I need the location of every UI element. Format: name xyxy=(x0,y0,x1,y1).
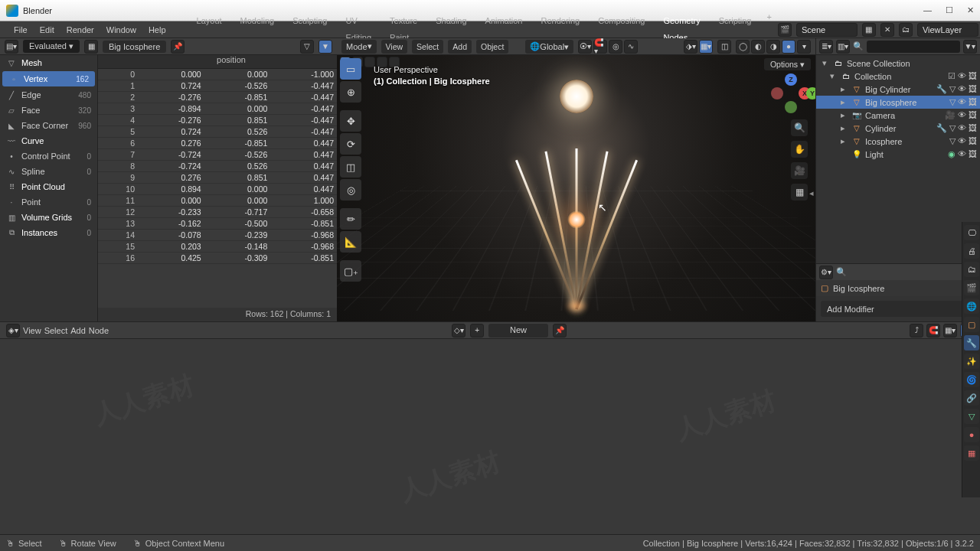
table-row[interactable]: 90.2760.8510.447 xyxy=(98,172,337,184)
render-icon[interactable]: 🖼 xyxy=(969,84,977,94)
domain-group-pointcloud[interactable]: ⠿Point Cloud xyxy=(0,179,97,194)
table-row[interactable]: 150.203-0.148-0.968 xyxy=(98,241,337,253)
node-menu-add[interactable]: Add xyxy=(70,326,86,335)
add-modifier-button[interactable]: Add Modifier xyxy=(821,301,975,317)
gizmo-z-axis[interactable]: Z xyxy=(785,73,797,86)
eye-icon[interactable]: 👁 xyxy=(958,97,966,107)
viewlayer-name-field[interactable]: ViewLayer xyxy=(917,23,978,37)
menu-help[interactable]: Help xyxy=(142,21,172,38)
tab-viewlayer[interactable]: 🗂 xyxy=(964,262,979,277)
nav-gizmo[interactable]: Z X Y xyxy=(771,73,811,113)
node-parent-button[interactable]: ⤴ xyxy=(910,324,923,337)
filter-toggle-button[interactable]: ▼ xyxy=(318,40,332,54)
nodetree-browse-button[interactable]: + xyxy=(470,324,484,337)
table-row[interactable]: 50.7240.526-0.447 xyxy=(98,126,337,138)
tab-object[interactable]: ▢ xyxy=(964,317,979,332)
tab-scene[interactable]: 🎬 xyxy=(964,280,979,295)
light-data-icon[interactable]: ◉ xyxy=(948,149,956,159)
domain-point[interactable]: ∙Point0 xyxy=(0,194,97,210)
domain-vertex[interactable]: ▫Vertex162 xyxy=(2,71,95,86)
domain-face[interactable]: ▱Face320 xyxy=(0,103,97,118)
menu-edit[interactable]: Edit xyxy=(34,21,60,38)
domain-instances[interactable]: ⧉Instances0 xyxy=(0,225,97,240)
table-row[interactable]: 2-0.276-0.851-0.447 xyxy=(98,92,337,103)
menu-render[interactable]: Render xyxy=(60,21,100,38)
gizmo-y-axis[interactable]: Y xyxy=(806,87,815,99)
render-icon[interactable]: 🖼 xyxy=(969,123,977,133)
domain-group-curve[interactable]: 〰Curve xyxy=(0,133,97,148)
eye-icon[interactable]: 👁 xyxy=(958,71,966,81)
table-row[interactable]: 00.0000.000-1.000 xyxy=(98,69,337,80)
gizmo-toggle-button[interactable]: ⬗▾ xyxy=(684,40,697,54)
shading-wireframe-button[interactable]: ◯ xyxy=(736,40,750,54)
mirror-button[interactable]: ∿ xyxy=(624,40,638,54)
shading-options-button[interactable]: ▾ xyxy=(797,40,811,54)
scene-browse-button[interactable]: 🎬 xyxy=(778,23,792,37)
scene-name-field[interactable]: Scene xyxy=(796,23,858,37)
menu-window[interactable]: Window xyxy=(100,21,142,38)
mesh-data-icon[interactable]: ▽ xyxy=(949,136,956,146)
eye-icon[interactable]: 👁 xyxy=(958,123,966,133)
mesh-data-icon[interactable]: ▽ xyxy=(949,84,956,94)
nav-zoom-button[interactable]: 🔍 xyxy=(791,119,808,136)
render-icon[interactable]: 🖼 xyxy=(969,71,977,81)
tool-move[interactable]: ✥ xyxy=(340,110,361,132)
node-menu-view[interactable]: View xyxy=(23,326,41,335)
pin-button[interactable]: 📌 xyxy=(171,40,185,54)
outliner-filter-button[interactable]: ▼▾ xyxy=(963,40,977,54)
eye-icon[interactable]: 👁 xyxy=(958,110,966,120)
tool-cursor[interactable]: ⊕ xyxy=(340,81,361,103)
domain-control-point[interactable]: •Control Point0 xyxy=(0,148,97,164)
outliner-icosphere[interactable]: ▸▽Icosphere▽👁🖼 xyxy=(816,135,980,148)
table-row[interactable]: 10.724-0.526-0.447 xyxy=(98,80,337,92)
tab-output[interactable]: 🖨 xyxy=(964,243,979,259)
table-row[interactable]: 12-0.233-0.717-0.658 xyxy=(98,207,337,218)
n-panel-toggle[interactable]: ◂ xyxy=(809,188,814,198)
outliner-tree[interactable]: ▾🗀Scene Collection ▾🗀Collection☑👁🖼 ▸▽Big… xyxy=(816,55,980,263)
domain-face-corner[interactable]: ◣Face Corner960 xyxy=(0,118,97,133)
shading-matprev-button[interactable]: ◑ xyxy=(766,40,780,54)
pinned-object-field[interactable]: Big Icosphere xyxy=(103,41,166,53)
xray-button[interactable]: ◫ xyxy=(717,40,731,54)
tab-render[interactable]: 🖵 xyxy=(964,225,979,240)
eval-state-dropdown[interactable]: Evaluated ▾ xyxy=(23,40,80,53)
gizmo-neg-x[interactable] xyxy=(771,87,783,99)
render-icon[interactable]: 🖼 xyxy=(969,149,977,159)
filter-invert-button[interactable]: ▽ xyxy=(300,40,314,54)
table-row[interactable]: 160.425-0.309-0.851 xyxy=(98,253,337,264)
tool-add-primitive[interactable]: ▢₊ xyxy=(340,260,361,282)
table-row[interactable]: 7-0.724-0.5260.447 xyxy=(98,149,337,161)
proportional-button[interactable]: ◎ xyxy=(609,40,622,54)
outliner-editor-type[interactable]: ≣▾ xyxy=(819,40,833,54)
nav-pan-button[interactable]: ✋ xyxy=(791,141,808,158)
eye-icon[interactable]: 👁 xyxy=(958,149,966,159)
properties-editor-type[interactable]: ⚙▾ xyxy=(819,266,833,279)
tab-modifiers[interactable]: 🔧 xyxy=(964,335,979,350)
node-menu-select[interactable]: Select xyxy=(44,326,68,335)
tab-constraints[interactable]: 🔗 xyxy=(964,390,979,406)
nav-perspective-button[interactable]: ▦ xyxy=(791,184,808,201)
node-snap-button[interactable]: 🧲 xyxy=(926,324,940,337)
mesh-data-icon[interactable]: ▽ xyxy=(949,123,956,133)
pivot-button[interactable]: ⦿▾ xyxy=(578,40,592,54)
tool-scale[interactable]: ◫ xyxy=(340,156,361,178)
outliner-light[interactable]: 💡Light◉👁🖼 xyxy=(816,148,980,161)
outliner-search-input[interactable] xyxy=(867,41,960,53)
menu-add[interactable]: Add xyxy=(448,40,472,54)
eye-icon[interactable]: 👁 xyxy=(958,136,966,146)
window-close-button[interactable]: ✕ xyxy=(967,5,974,15)
render-icon[interactable]: 🖼 xyxy=(969,136,977,146)
tool-rotate[interactable]: ⟳ xyxy=(340,133,361,155)
table-body[interactable]: 00.0000.000-1.00010.724-0.526-0.4472-0.2… xyxy=(98,69,337,308)
domain-volume-grids[interactable]: ▥Volume Grids0 xyxy=(0,210,97,225)
menu-view[interactable]: View xyxy=(381,40,408,54)
orientation-dropdown[interactable]: 🌐 Global ▾ xyxy=(525,40,573,54)
viewport-canvas[interactable]: User Perspective (1) Collection | Big Ic… xyxy=(337,55,815,321)
render-icon[interactable]: 🖼 xyxy=(969,110,977,120)
render-icon[interactable]: 🖼 xyxy=(969,97,977,107)
outliner-collection[interactable]: ▾🗀Collection☑👁🖼 xyxy=(816,70,980,83)
editor-type-button[interactable]: ▤▾ xyxy=(5,40,18,54)
node-menu-node[interactable]: Node xyxy=(89,326,109,335)
table-row[interactable]: 110.0000.0001.000 xyxy=(98,195,337,207)
shading-solid-button[interactable]: ◐ xyxy=(751,40,765,54)
